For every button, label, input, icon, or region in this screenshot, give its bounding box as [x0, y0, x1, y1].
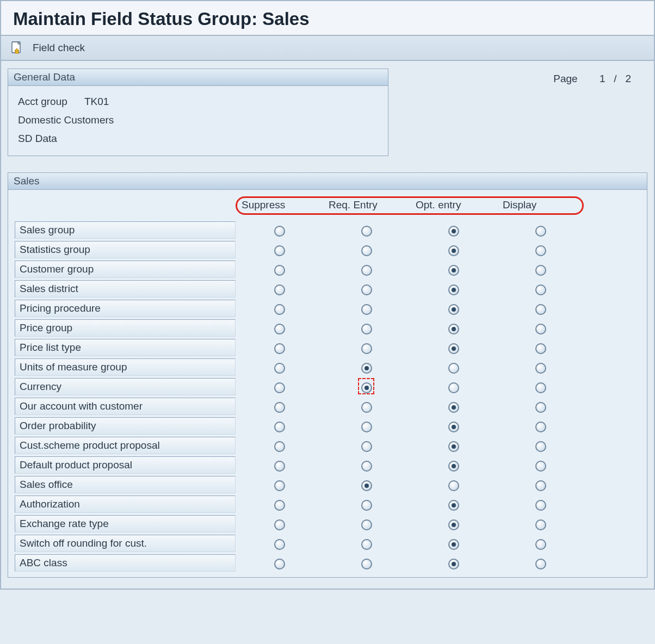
status-radio[interactable] — [535, 382, 546, 393]
status-radio[interactable] — [448, 539, 459, 550]
status-radio[interactable] — [274, 284, 285, 295]
status-radio[interactable] — [448, 245, 459, 256]
status-radio[interactable] — [361, 245, 372, 256]
status-radio[interactable] — [274, 343, 285, 354]
status-radio[interactable] — [361, 324, 372, 335]
table-row: Sales office — [11, 475, 644, 494]
status-radio[interactable] — [535, 461, 546, 472]
status-radio[interactable] — [361, 226, 372, 237]
status-radio[interactable] — [535, 245, 546, 256]
page-sep: / — [614, 73, 616, 85]
status-radio[interactable] — [274, 539, 285, 550]
status-radio[interactable] — [535, 539, 546, 550]
status-radio[interactable] — [361, 422, 372, 432]
radio-cell — [497, 381, 584, 393]
status-radio[interactable] — [361, 363, 372, 374]
status-radio[interactable] — [448, 382, 459, 393]
table-row: Exchange rate type — [11, 514, 644, 534]
status-radio[interactable] — [274, 324, 285, 335]
status-radio[interactable] — [448, 402, 459, 413]
radio-cell — [236, 283, 323, 295]
radio-cell — [410, 459, 497, 472]
status-radio[interactable] — [448, 304, 459, 315]
status-radio[interactable] — [448, 343, 459, 354]
page-total: 2 — [625, 73, 631, 85]
field-label: Our account with customer — [15, 398, 236, 415]
status-radio[interactable] — [361, 441, 372, 452]
status-radio[interactable] — [361, 519, 372, 530]
status-radio[interactable] — [274, 559, 285, 569]
status-radio[interactable] — [535, 519, 546, 530]
status-radio[interactable] — [448, 265, 459, 276]
status-radio[interactable] — [448, 441, 459, 452]
status-radio[interactable] — [274, 422, 285, 432]
radio-cell — [323, 302, 410, 315]
field-check-icon[interactable] — [11, 41, 23, 54]
status-radio[interactable] — [274, 441, 285, 452]
status-radio[interactable] — [361, 402, 372, 413]
table-row: Currency — [11, 377, 644, 397]
column-header-highlight: Suppress Req. Entry Opt. entry Display — [236, 196, 584, 215]
status-radio[interactable] — [361, 382, 372, 393]
status-radio[interactable] — [274, 304, 285, 315]
field-label: Currency — [15, 378, 236, 395]
status-radio[interactable] — [448, 226, 459, 237]
status-radio[interactable] — [361, 304, 372, 315]
status-radio[interactable] — [361, 284, 372, 295]
status-radio[interactable] — [448, 559, 459, 569]
status-radio[interactable] — [535, 441, 546, 452]
field-label: Price group — [15, 319, 236, 337]
data-area: SD Data — [18, 133, 57, 145]
radio-cell — [236, 459, 323, 472]
status-radio[interactable] — [448, 461, 459, 472]
status-radio[interactable] — [535, 559, 546, 569]
status-radio[interactable] — [448, 363, 459, 374]
status-radio[interactable] — [535, 343, 546, 354]
status-radio[interactable] — [448, 422, 459, 432]
radio-cell — [497, 459, 584, 472]
status-radio[interactable] — [361, 461, 372, 472]
radio-cell — [236, 518, 323, 530]
status-radio[interactable] — [535, 226, 546, 237]
status-radio[interactable] — [361, 480, 372, 491]
status-radio[interactable] — [274, 500, 285, 511]
status-radio[interactable] — [535, 363, 546, 374]
status-radio[interactable] — [274, 402, 285, 413]
status-radio[interactable] — [274, 382, 285, 393]
status-radio[interactable] — [274, 226, 285, 237]
radio-cell — [497, 479, 584, 491]
status-radio[interactable] — [361, 265, 372, 276]
status-radio[interactable] — [535, 402, 546, 413]
status-radio[interactable] — [274, 480, 285, 491]
status-radio[interactable] — [535, 304, 546, 315]
status-radio[interactable] — [535, 480, 546, 491]
field-check-button[interactable]: Field check — [33, 42, 85, 54]
status-radio[interactable] — [274, 265, 285, 276]
radio-cell — [236, 263, 323, 276]
status-radio[interactable] — [274, 519, 285, 530]
status-radio[interactable] — [361, 343, 372, 354]
status-radio[interactable] — [274, 363, 285, 374]
status-radio[interactable] — [448, 500, 459, 511]
radio-cell — [410, 342, 497, 354]
status-radio[interactable] — [361, 559, 372, 569]
status-radio[interactable] — [535, 265, 546, 276]
status-radio[interactable] — [448, 480, 459, 491]
status-radio[interactable] — [535, 284, 546, 295]
status-radio[interactable] — [274, 245, 285, 256]
radio-cell — [410, 498, 497, 511]
grid-body: Sales groupStatistics groupCustomer grou… — [11, 220, 644, 573]
table-row: Switch off rounding for cust. — [11, 534, 644, 553]
status-radio[interactable] — [361, 539, 372, 550]
table-row: Pricing procedure — [11, 299, 644, 318]
status-radio[interactable] — [361, 500, 372, 511]
status-radio[interactable] — [535, 422, 546, 432]
status-radio[interactable] — [448, 324, 459, 335]
radio-cell — [497, 342, 584, 354]
status-radio[interactable] — [448, 519, 459, 530]
status-radio[interactable] — [274, 461, 285, 472]
status-radio[interactable] — [535, 500, 546, 511]
status-radio[interactable] — [448, 284, 459, 295]
table-row: Sales group — [11, 220, 644, 240]
status-radio[interactable] — [535, 324, 546, 335]
